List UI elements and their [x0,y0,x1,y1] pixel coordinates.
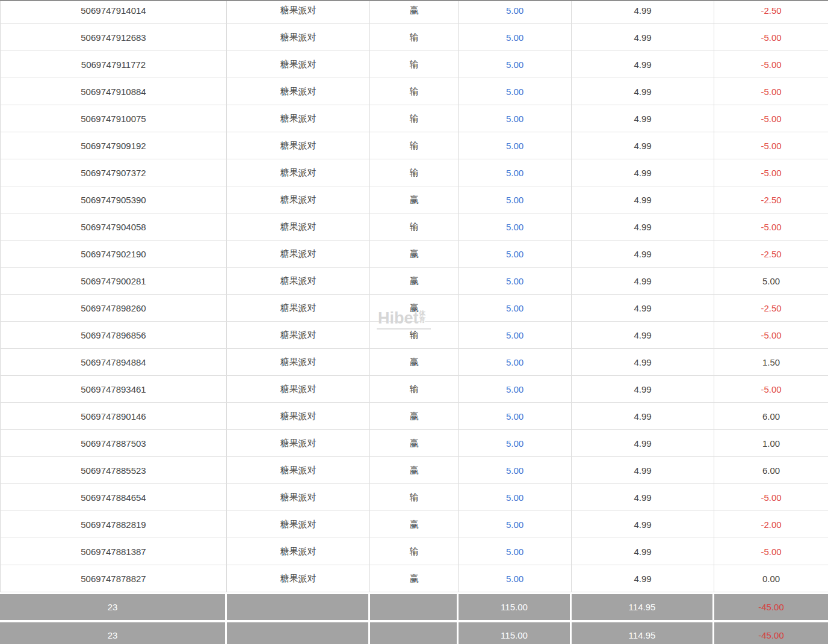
cell-valid-bet: 4.99 [572,132,714,159]
cell-bet-amount-link[interactable]: 5.00 [459,349,572,375]
cell-result: 赢 [370,295,459,321]
cell-valid-bet: 4.99 [572,24,714,51]
cell-order-id: 5069747900281 [0,268,227,294]
cell-bet-amount-link[interactable]: 5.00 [459,132,572,159]
cell-valid-bet: 4.99 [572,565,714,592]
cell-result: 输 [370,105,459,132]
cell-result: 输 [370,213,459,240]
cell-order-id: 5069747905390 [0,186,227,213]
cell-bet-amount-link[interactable]: 5.00 [459,322,572,348]
cell-result: 输 [370,24,459,51]
cell-result: 赢 [370,0,459,23]
cell-bet-amount-link[interactable]: 5.00 [459,241,572,267]
cell-bet-amount-link[interactable]: 5.00 [459,78,572,105]
cell-bet-amount-link[interactable]: 5.00 [459,403,572,429]
cell-win-loss: 1.00 [714,430,828,456]
cell-win-loss: -5.00 [714,51,828,78]
cell-bet-amount-link[interactable]: 5.00 [459,295,572,321]
cell-result: 赢 [370,241,459,267]
cell-bet-amount-link[interactable]: 5.00 [459,105,572,132]
cell-win-loss: 6.00 [714,457,828,483]
cell-bet-amount-link[interactable]: 5.00 [459,565,572,592]
cell-valid-bet: 4.99 [572,484,714,511]
cell-bet-amount-link[interactable]: 5.00 [459,511,572,538]
cell-win-loss: 1.50 [714,349,828,375]
table-row: 5069747896856 糖果派对 输 5.00 4.99 -5.00 [0,322,828,349]
cell-order-id: 5069747881387 [0,538,227,565]
table-row: 5069747893461 糖果派对 输 5.00 4.99 -5.00 [0,376,828,403]
clipped-row-edge [0,0,828,1]
summary-win-loss-total: -45.00 [714,622,828,644]
cell-order-id: 5069747887503 [0,430,227,456]
table-body: 5069747914014 糖果派对 赢 5.00 4.99 -2.50 506… [0,0,828,592]
table-row: 5069747911772 糖果派对 输 5.00 4.99 -5.00 [0,51,828,78]
cell-game-name: 糖果派对 [227,349,370,375]
cell-game-name: 糖果派对 [227,213,370,240]
cell-win-loss: -5.00 [714,538,828,565]
cell-bet-amount-link[interactable]: 5.00 [459,430,572,456]
cell-order-id: 5069747909192 [0,132,227,159]
bet-records-table: 5069747914014 糖果派对 赢 5.00 4.99 -2.50 506… [0,0,828,644]
cell-result: 输 [370,538,459,565]
cell-order-id: 5069747912683 [0,24,227,51]
table-row: 5069747881387 糖果派对 输 5.00 4.99 -5.00 [0,538,828,565]
cell-valid-bet: 4.99 [572,295,714,321]
summary-empty-game [227,622,368,644]
cell-bet-amount-link[interactable]: 5.00 [459,51,572,78]
cell-game-name: 糖果派对 [227,241,370,267]
cell-win-loss: -2.50 [714,241,828,267]
cell-bet-amount-link[interactable]: 5.00 [459,457,572,483]
table-row: 5069747902190 糖果派对 赢 5.00 4.99 -2.50 [0,241,828,268]
cell-game-name: 糖果派对 [227,159,370,186]
summary-count: 23 [0,622,225,644]
cell-valid-bet: 4.99 [572,241,714,267]
summary-bet-total: 115.00 [459,594,570,620]
table-row: 5069747910075 糖果派对 输 5.00 4.99 -5.00 [0,105,828,132]
cell-result: 输 [370,376,459,402]
cell-result: 输 [370,51,459,78]
cell-game-name: 糖果派对 [227,565,370,592]
cell-result: 输 [370,78,459,105]
table-row: 5069747909192 糖果派对 输 5.00 4.99 -5.00 [0,132,828,159]
cell-win-loss: -5.00 [714,322,828,348]
cell-valid-bet: 4.99 [572,322,714,348]
cell-bet-amount-link[interactable]: 5.00 [459,186,572,213]
cell-game-name: 糖果派对 [227,24,370,51]
table-row: 5069747885523 糖果派对 赢 5.00 4.99 6.00 [0,457,828,484]
cell-game-name: 糖果派对 [227,132,370,159]
cell-bet-amount-link[interactable]: 5.00 [459,159,572,186]
table-summary: 23 115.00 114.95 -45.00 23 115.00 114.95… [0,594,828,644]
cell-bet-amount-link[interactable]: 5.00 [459,538,572,565]
cell-result: 输 [370,322,459,348]
cell-game-name: 糖果派对 [227,186,370,213]
cell-bet-amount-link[interactable]: 5.00 [459,376,572,402]
cell-result: 赢 [370,403,459,429]
table-row: 5069747878827 糖果派对 赢 5.00 4.99 0.00 [0,565,828,592]
cell-order-id: 5069747914014 [0,0,227,23]
cell-result: 赢 [370,186,459,213]
cell-win-loss: -5.00 [714,484,828,511]
cell-bet-amount-link[interactable]: 5.00 [459,24,572,51]
summary-bet-total: 115.00 [459,622,570,644]
cell-bet-amount-link[interactable]: 5.00 [459,0,572,23]
cell-win-loss: -2.50 [714,295,828,321]
cell-result: 赢 [370,430,459,456]
table-row: 5069747907372 糖果派对 输 5.00 4.99 -5.00 [0,159,828,186]
cell-game-name: 糖果派对 [227,430,370,456]
cell-valid-bet: 4.99 [572,78,714,105]
cell-order-id: 5069747893461 [0,376,227,402]
cell-bet-amount-link[interactable]: 5.00 [459,213,572,240]
cell-bet-amount-link[interactable]: 5.00 [459,484,572,511]
cell-result: 赢 [370,457,459,483]
table-row: 5069747890146 糖果派对 赢 5.00 4.99 6.00 [0,403,828,430]
cell-valid-bet: 4.99 [572,430,714,456]
cell-bet-amount-link[interactable]: 5.00 [459,268,572,294]
cell-game-name: 糖果派对 [227,295,370,321]
cell-result: 输 [370,159,459,186]
cell-valid-bet: 4.99 [572,268,714,294]
cell-win-loss: 0.00 [714,565,828,592]
cell-win-loss: -5.00 [714,78,828,105]
summary-win-loss-total: -45.00 [714,594,828,620]
table-row: 5069747898260 糖果派对 赢 5.00 4.99 -2.50 [0,295,828,322]
table-row: 5069747904058 糖果派对 输 5.00 4.99 -5.00 [0,213,828,241]
